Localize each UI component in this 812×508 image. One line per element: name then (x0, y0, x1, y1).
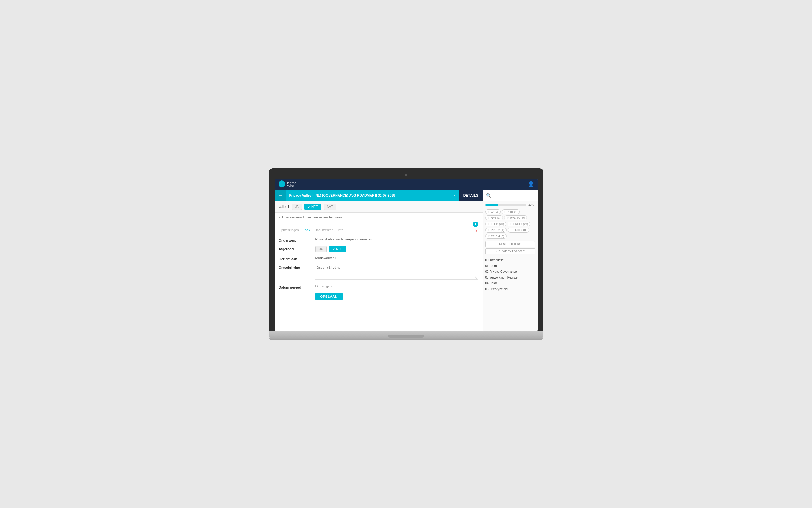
value-onderwerp[interactable]: Privacybeleid onderwerpen toevoegen (316, 238, 478, 241)
tag-nee[interactable]: ⚐NEE (4) (502, 209, 520, 214)
edit-icon: ✎ (475, 276, 477, 280)
save-button[interactable]: OPSLAAN (316, 293, 342, 300)
tag-prio2[interactable]: ⚐PRIO 2 (1) (485, 228, 507, 232)
right-panel: 32 % ⚐JA (2) ⚐NEE (4) ⚐NVT (1) ⚐OVERIG (… (483, 201, 538, 331)
logo-area: privacy valley (278, 180, 296, 188)
tab-documenten[interactable]: Documenten (315, 228, 333, 234)
tag-ja[interactable]: ⚐JA (2) (485, 209, 501, 214)
afgerond-ja-button[interactable]: JA (316, 246, 327, 252)
top-nav: privacy valley 👤 (275, 179, 538, 189)
category-item[interactable]: 00 Introductie (485, 257, 535, 263)
form-row-gericht-aan: Gericht aan Medewerker 1 (279, 256, 478, 261)
tag-icon: ⚐ (488, 228, 490, 231)
action-buttons: RESET FILTERS NIEUWE CATEGORIE (485, 241, 535, 254)
tag-icon: ⚐ (507, 216, 509, 219)
category-item[interactable]: 03 Verwerking - Register (485, 275, 535, 280)
main-panel: vallen1 JA ✓ NEE NVT Klik hier om een of… (275, 201, 483, 331)
tag-icon: ⚐ (510, 228, 513, 231)
ja-answer-button[interactable]: JA (292, 204, 302, 210)
form-row-afgerond: Afgerond JA ✓ NEE (279, 246, 478, 252)
tag-overig[interactable]: ⚐OVERIG (0) (504, 215, 527, 220)
tag-icon: ⚐ (488, 235, 490, 238)
value-gericht-aan[interactable]: Medewerker 1 (316, 256, 478, 260)
logo-line1: privacy (287, 181, 296, 184)
sub-header: ← Privacy Valley - (NL) (GOVERNANCE) AVG… (275, 189, 538, 201)
tag-prio3[interactable]: ⚐PRIO 3 (0) (508, 228, 529, 232)
tag-leeg[interactable]: ⚐LEEG (20) (485, 221, 507, 226)
logo-text: privacy valley (287, 181, 296, 187)
form-area: Klik hier om een of meerdere keuzes te m… (275, 213, 483, 307)
form-row-datum: Datum gereed (279, 284, 478, 289)
content-area: vallen1 JA ✓ NEE NVT Klik hier om een of… (275, 201, 538, 331)
klik-text: Klik hier om een of meerdere keuzes te m… (279, 216, 478, 219)
nvt-answer-button[interactable]: NVT (324, 204, 336, 210)
tag-prio1[interactable]: ⚐PRIO 1 (28) (508, 221, 530, 226)
back-button[interactable]: ← (275, 189, 286, 201)
omschrijving-input[interactable] (316, 264, 478, 280)
tab-taak[interactable]: Taak (303, 228, 310, 234)
label-afgerond: Afgerond (279, 246, 316, 251)
form-row-onderwerp: Onderwerp Privacybeleid onderwerpen toev… (279, 238, 478, 242)
nee-answer-button[interactable]: ✓ NEE (304, 204, 321, 210)
laptop-foot (269, 338, 543, 340)
camera (405, 174, 408, 176)
details-button[interactable]: DETAILS (459, 189, 483, 201)
form-row-omschrijving: Omschrijving ✎ (279, 264, 478, 281)
laptop-screen: privacy valley 👤 ← Privacy Valley - (NL)… (275, 179, 538, 331)
progress-bar-bg (485, 204, 526, 206)
filter-tags: ⚐JA (2) ⚐NEE (4) ⚐NVT (1) ⚐OVERIG (0) ⚐L… (485, 209, 535, 239)
tag-icon: ⚐ (504, 210, 507, 213)
vallen-text: vallen1 (279, 205, 290, 208)
tag-prio4[interactable]: ⚐PRIO 4 (0) (485, 234, 507, 239)
progress-row: 32 % (485, 204, 535, 207)
form-row-save: OPSLAAN (279, 293, 478, 300)
tab-info[interactable]: Info (338, 228, 343, 234)
progress-percent: 32 % (528, 204, 535, 207)
screen-bezel: privacy valley 👤 ← Privacy Valley - (NL)… (269, 168, 543, 331)
tabs-row: Opmerkingen Taak Documenten Info ✕ (279, 228, 478, 234)
category-item[interactable]: 05 Privacybeleid (485, 287, 535, 292)
check-icon: ✓ (308, 205, 310, 208)
tag-icon: ⚐ (488, 210, 490, 213)
label-omschrijving: Omschrijving (279, 264, 316, 269)
category-item[interactable]: 04 Derde (485, 281, 535, 286)
answer-bar: vallen1 JA ✓ NEE NVT (275, 201, 483, 213)
nee-check-icon: ✓ (332, 247, 335, 251)
category-item[interactable]: 02 Privacy Governance (485, 269, 535, 274)
search-area[interactable]: 🔍 (483, 189, 538, 201)
datum-gereed-input[interactable] (316, 284, 357, 288)
nieuwe-categorie-button[interactable]: NIEUWE CATEGORIE (485, 248, 535, 254)
logo-hex (278, 180, 286, 188)
category-item[interactable]: 01 Team (485, 263, 535, 268)
reset-filters-button[interactable]: RESET FILTERS (485, 241, 535, 247)
afgerond-nee-button[interactable]: ✓ NEE (329, 246, 346, 252)
label-datum-gereed: Datum gereed (279, 284, 316, 289)
page-title: Privacy Valley - (NL) (GOVERNANCE) AVG R… (286, 194, 450, 197)
search-icon: 🔍 (486, 193, 491, 198)
laptop-base (269, 331, 543, 338)
close-icon[interactable]: ✕ (475, 228, 478, 234)
logo-line2: valley (287, 184, 296, 187)
category-list: 00 Introductie 01 Team 02 Privacy Govern… (485, 257, 535, 292)
tab-opmerkingen[interactable]: Opmerkingen (279, 228, 299, 234)
tag-icon: ⚐ (488, 216, 490, 219)
label-onderwerp: Onderwerp (279, 238, 316, 242)
info-icon-row: i (279, 221, 478, 227)
tag-nvt[interactable]: ⚐NVT (1) (485, 215, 503, 220)
progress-bar-fill (485, 204, 498, 206)
more-options-icon[interactable]: ⋮ (450, 193, 459, 198)
laptop-shell: privacy valley 👤 ← Privacy Valley - (NL)… (269, 168, 543, 340)
label-gericht-aan: Gericht aan (279, 256, 316, 261)
app: privacy valley 👤 ← Privacy Valley - (NL)… (275, 179, 538, 331)
info-icon[interactable]: i (473, 221, 478, 227)
user-icon[interactable]: 👤 (528, 181, 534, 187)
tag-icon: ⚐ (488, 222, 490, 225)
tag-icon: ⚐ (510, 222, 513, 225)
afgerond-buttons: JA ✓ NEE (316, 246, 346, 252)
